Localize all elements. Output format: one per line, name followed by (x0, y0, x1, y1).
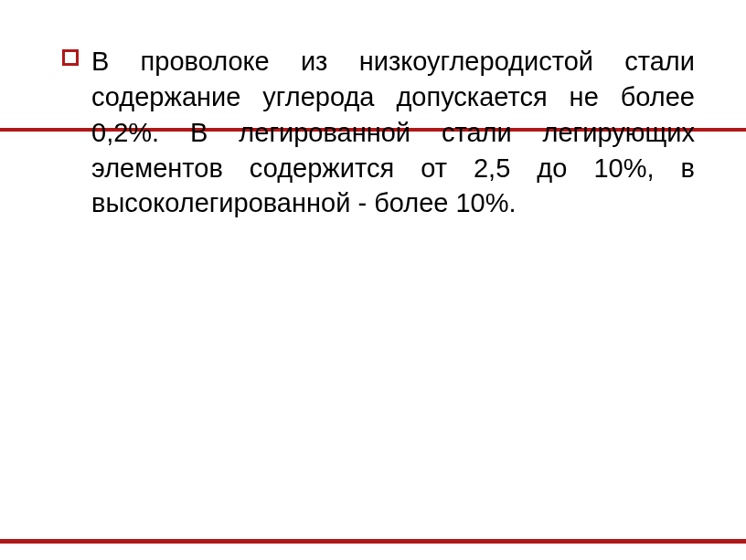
accent-line-bottom (0, 539, 746, 544)
square-bullet-icon (62, 49, 79, 66)
slide-text: В проволоке из низкоуглеродистой стали с… (91, 44, 695, 221)
slide-content: В проволоке из низкоуглеродистой стали с… (62, 44, 695, 221)
